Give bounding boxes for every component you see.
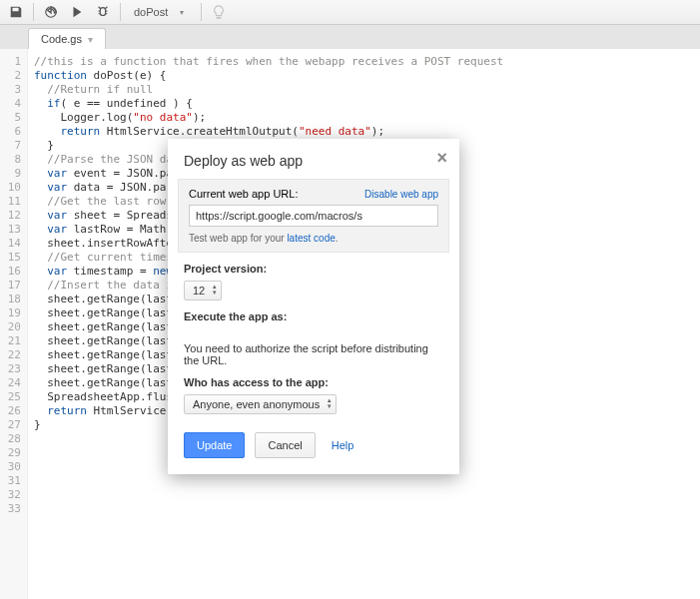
- execute-as-label: Execute the app as:: [184, 310, 443, 322]
- auth-warning: You need to authorize the script before …: [168, 328, 459, 366]
- debug-button[interactable]: [91, 1, 115, 23]
- line-gutter: 1234567891011121314151617181920212223242…: [0, 49, 28, 599]
- test-text: Test web app for your latest code.: [189, 233, 438, 244]
- dialog-actions: Update Cancel Help: [168, 414, 459, 474]
- latest-code-link[interactable]: latest code: [287, 233, 335, 244]
- update-button[interactable]: Update: [184, 432, 245, 458]
- chevron-down-icon: ▾: [180, 8, 184, 17]
- help-link[interactable]: Help: [332, 439, 354, 451]
- access-select[interactable]: Anyone, even anonymous ▴▾: [184, 394, 337, 414]
- deploy-dialog: × Deploy as web app Current web app URL:…: [168, 139, 459, 474]
- url-input[interactable]: [189, 205, 438, 227]
- tab-strip: Code.gs ▾: [0, 25, 700, 49]
- function-select[interactable]: doPost ▾: [126, 1, 196, 23]
- lightbulb-icon[interactable]: [207, 1, 231, 23]
- url-label: Current web app URL:: [189, 188, 298, 200]
- access-value: Anyone, even anonymous: [193, 398, 320, 410]
- version-value: 12: [193, 285, 205, 297]
- access-label: Who has access to the app:: [184, 376, 443, 388]
- tab-code-gs[interactable]: Code.gs ▾: [28, 28, 106, 49]
- stepper-arrows-icon: ▴▾: [213, 284, 217, 296]
- disable-webapp-link[interactable]: Disable web app: [364, 189, 438, 200]
- separator: [201, 3, 202, 21]
- cancel-button[interactable]: Cancel: [255, 432, 315, 458]
- separator: [33, 3, 34, 21]
- function-select-value: doPost: [134, 6, 168, 18]
- url-box: Current web app URL: Disable web app Tes…: [178, 179, 449, 253]
- version-label: Project version:: [184, 263, 443, 275]
- version-select[interactable]: 12 ▴▾: [184, 281, 222, 300]
- toolbar: doPost ▾: [0, 0, 700, 25]
- dialog-title: Deploy as web app: [168, 139, 459, 179]
- stepper-arrows-icon: ▴▾: [328, 397, 332, 409]
- save-button[interactable]: [4, 1, 28, 23]
- close-button[interactable]: ×: [432, 145, 451, 171]
- separator: [120, 3, 121, 21]
- tab-label: Code.gs: [41, 33, 82, 45]
- run-button[interactable]: [65, 1, 89, 23]
- undo-button[interactable]: [39, 1, 63, 23]
- close-icon[interactable]: ▾: [88, 34, 93, 45]
